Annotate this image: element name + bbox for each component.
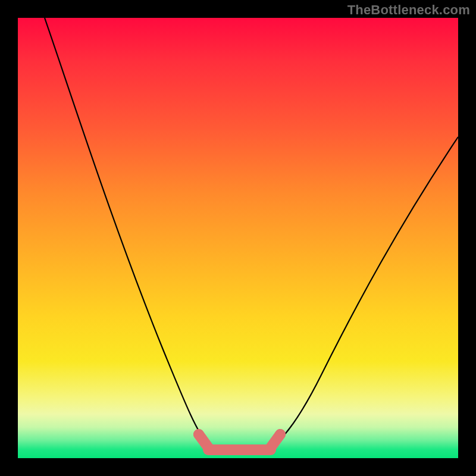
bottom-marker-band — [199, 434, 280, 450]
marker-dot-left — [193, 429, 204, 440]
chart-svg — [18, 18, 458, 458]
marker-dot-right — [275, 429, 286, 440]
plot-area — [18, 18, 458, 458]
watermark-text: TheBottleneck.com — [347, 2, 470, 18]
chart-frame: TheBottleneck.com — [0, 0, 476, 476]
bottleneck-curve — [45, 18, 458, 449]
